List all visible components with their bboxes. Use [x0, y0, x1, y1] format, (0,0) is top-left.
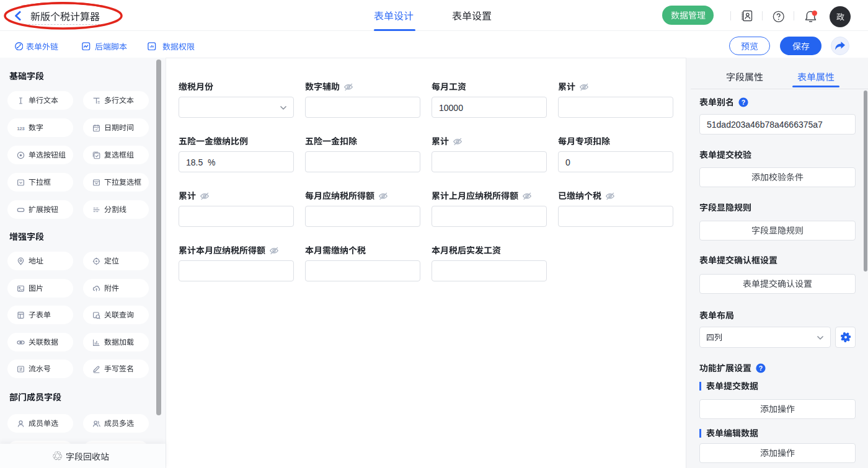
svg-text:?: ? [742, 99, 745, 106]
svg-text:123: 123 [17, 125, 24, 131]
svg-text:?: ? [759, 364, 763, 372]
